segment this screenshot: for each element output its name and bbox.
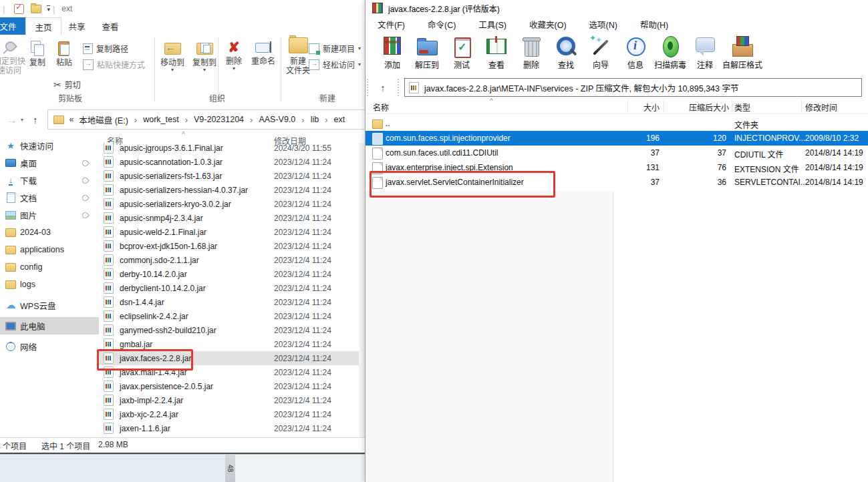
toolbar-button[interactable]: 注释 [688,35,722,70]
column-divider[interactable] [627,100,628,112]
file-row[interactable]: commonj.sdo-2.1.1.jar 2023/12/4 11:24 [99,253,366,267]
sidebar-item[interactable]: 图片 [0,206,99,224]
menu-item[interactable]: 命令(C) [421,18,462,31]
file-row[interactable]: derby-10.14.2.0.jar 2023/12/4 11:24 [99,267,366,281]
file-row[interactable]: apusic-serializers-hessian-4.0.37.jar 20… [99,183,366,197]
new-item-button[interactable]: 新建项目 ▾ [309,43,361,54]
column-divider[interactable] [801,100,802,112]
file-row[interactable]: apusic-serializers-fst-1.63.jar 2023/12/… [99,169,366,183]
paste-shortcut-button[interactable]: 粘贴快捷方式 [83,59,145,70]
explorer-titlebar[interactable]: | ▾ | ext [0,0,375,17]
file-row[interactable]: ganymed-ssh2-build210.jar 2023/12/4 11:2… [99,323,366,337]
sidebar-item[interactable]: 此电脑 [0,317,99,334]
archive-row[interactable]: javax.enterprise.inject.spi.Extension 13… [366,160,868,175]
archive-row[interactable]: com.sun.faces.util.cdi11.CDIUtil 37 37 C… [366,146,868,160]
move-to-button[interactable]: 移动到 ▾ [158,40,187,72]
file-row[interactable]: dsn-1.4.4.jar 2023/12/4 11:24 [99,295,366,309]
file-row[interactable]: apusic-serializers-kryo-3.0.2.jar 2023/1… [99,197,366,211]
file-row[interactable]: apusic-snmp4j-2.3.4.jar 2023/12/4 11:24 [99,211,366,225]
sidebar-item[interactable]: config [0,258,99,276]
drag-handle[interactable] [398,79,399,96]
sidebar-item[interactable]: logs [0,276,99,293]
toolbar-button[interactable]: 向导 [583,35,618,70]
dropdown-caret-icon[interactable]: ▾ [203,67,206,72]
column-header-type[interactable]: 类型 [734,101,750,113]
folder-icon[interactable] [31,5,41,13]
paste-button[interactable]: 粘贴 [52,40,76,67]
dropdown-caret-icon[interactable]: ▾ [358,62,361,67]
archive-path-field[interactable]: javax.faces-2.2.8.jar\META-INF\services … [404,78,862,97]
file-row[interactable]: javax.faces-2.2.8.jar 2023/12/4 11:24 [99,351,366,365]
tab-view[interactable]: 查看 [94,17,127,35]
toolbar-button[interactable]: 添加 [375,35,410,70]
sidebar-item[interactable]: 2024-03 [0,224,99,241]
pin-to-quick-access-button[interactable]: 固定到快速访问 [0,40,28,75]
sidebar-item[interactable]: WPS云盘 [0,296,99,314]
file-row[interactable]: apusic-weld-2.1.Final.jar 2023/12/4 11:2… [99,225,366,239]
cut-button[interactable]: ✂ 剪切 [53,79,81,90]
column-header-packed[interactable]: 压缩后大小 [666,101,729,113]
sidebar-item[interactable]: 网络 [0,338,99,355]
forward-icon[interactable]: → [7,114,17,126]
breadcrumb-item[interactable]: V9-20231204 [192,115,257,125]
toolbar-button[interactable]: 自解压格式 [722,35,762,70]
delete-button[interactable]: ✘ 删除 ▾ [221,40,247,71]
toolbar-button[interactable]: 查找 [549,35,583,70]
toolbar-button[interactable]: 信息 [618,35,653,70]
copy-button[interactable]: 复制 [25,40,49,67]
easy-access-button[interactable]: 轻松访问 ▾ [309,59,361,70]
sidebar-item[interactable]: 下载 [0,172,99,189]
file-row[interactable]: jaxen-1.1.6.jar 2023/12/4 11:24 [99,421,366,435]
breadcrumb-item[interactable]: lib [309,115,333,125]
archive-row[interactable]: javax.servlet.ServletContainerInitialize… [366,175,868,190]
up-icon[interactable]: ↑ [33,114,38,126]
sidebar-item[interactable]: 快速访问 [0,137,99,154]
column-header-size[interactable]: 大小 [630,101,660,113]
archive-row[interactable]: com.sun.faces.spi.injectionprovider 196 … [366,131,868,146]
menu-item[interactable]: 工具(S) [472,18,513,31]
tab-share[interactable]: 共享 [60,17,94,35]
archive-row[interactable]: .. 文件夹 [366,116,868,131]
tab-file[interactable]: 文件 [0,17,25,35]
toolbar-button[interactable]: 测试 [444,35,479,70]
up-one-level-button[interactable]: ↑ [375,79,391,96]
sidebar-item[interactable]: 桌面 [0,154,99,172]
file-row[interactable]: jaxb-impl-2.2.4.jar 2023/12/4 11:24 [99,393,366,407]
column-divider[interactable] [732,100,732,112]
toolbar-button[interactable]: 查看 [479,35,514,70]
file-row[interactable]: javax.persistence-2.0.5.jar 2023/12/4 11… [99,379,366,393]
menu-item[interactable]: 选项(N) [583,18,624,31]
qat-dropdown-icon[interactable]: ▾ [47,5,50,12]
file-row[interactable]: eclipselink-2.4.2.jar 2023/12/4 11:24 [99,309,366,323]
file-row[interactable]: gmbal.jar 2023/12/4 11:24 [99,337,366,351]
breadcrumb-item[interactable]: work_test [142,115,192,125]
menu-item[interactable]: 帮助(H) [633,18,675,31]
menu-item[interactable]: 文件(F) [371,18,412,31]
column-divider[interactable] [664,100,664,112]
toolbar-button[interactable]: 解压到 [410,35,444,70]
file-row[interactable]: apusic-jgroups-3.6.1.Final.jar 2024/3/20… [99,143,366,155]
column-header-modified[interactable]: 修改时间 [805,101,837,113]
winrar-titlebar[interactable]: javax.faces-2.2.8.jar (评估版本) [366,0,868,16]
breadcrumb[interactable]: « 本地磁盘 (E:) work_test V9-20231204 [47,109,375,130]
column-header-name[interactable]: 名称 [373,101,389,113]
properties-icon[interactable] [14,4,24,14]
toolbar-button[interactable]: 删除 [514,35,549,70]
dropdown-caret-icon[interactable]: ▾ [233,66,235,71]
menu-item[interactable]: 收藏夹(O) [523,18,573,31]
file-row[interactable]: javax.mail-1.4.4.jar 2023/12/4 11:24 [99,365,366,379]
file-row[interactable]: bcprov-ext-jdk15on-1.68.jar 2023/12/4 11… [99,239,366,253]
drag-handle[interactable] [367,79,368,96]
rename-button[interactable]: 重命名 [247,40,279,66]
breadcrumb-item[interactable]: ext [333,115,347,124]
sidebar-item[interactable]: applications [0,241,99,258]
dropdown-caret-icon[interactable]: ▾ [171,67,174,72]
breadcrumb-item[interactable]: 本地磁盘 (E:) [78,113,142,126]
file-row[interactable]: apusic-scannotation-1.0.3.jar 2023/12/4 … [99,155,366,169]
history-dropdown-icon[interactable]: ▾ [21,117,23,123]
copy-path-button[interactable]: 复制路径 [83,43,128,54]
sidebar-item[interactable]: 文档 [0,189,99,206]
file-row[interactable]: jaxb-xjc-2.2.4.jar 2023/12/4 11:24 [99,407,366,421]
file-row[interactable]: derbyclient-10.14.2.0.jar 2023/12/4 11:2… [99,281,366,295]
breadcrumb-item[interactable]: AAS-V9.0 [257,115,309,125]
